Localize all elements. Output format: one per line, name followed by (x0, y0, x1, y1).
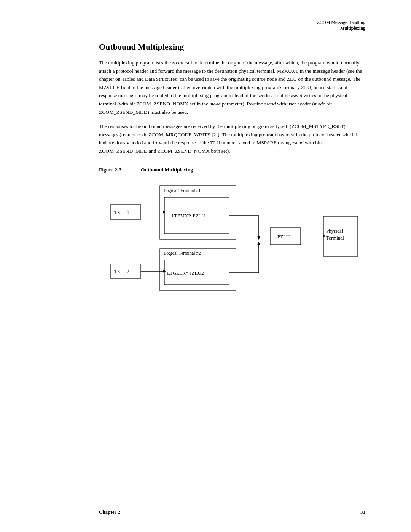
diagram-container: Logical Terminal #1 LTZMXP-PZLU Logical … (99, 178, 365, 296)
tzlu2-label: TZLU2 (114, 268, 129, 274)
content-area: Outbound Multiplexing The multiplexing p… (0, 0, 411, 296)
diagram-svg: Logical Terminal #1 LTZMXP-PZLU Logical … (103, 178, 362, 296)
footer-page: 31 (360, 509, 365, 515)
arrow-pzlu-physical (323, 235, 326, 238)
physical-terminal-label2: Terminal (326, 235, 344, 241)
figure-label: Figure 2-3 (99, 167, 141, 173)
figure-title: Outbound Multiplexing (141, 167, 193, 173)
header-section: Multiplexing (317, 26, 365, 31)
footer-chapter: Chapter 2 (99, 509, 120, 515)
svg-rect-0 (160, 186, 236, 239)
arrow-ltzmxp-pzlu (257, 236, 260, 240)
section-title: Outbound Multiplexing (99, 42, 365, 52)
paragraph-1: The multiplexing program uses the zread … (99, 59, 365, 116)
pzlu-label: PZLU (277, 234, 290, 240)
ltzmxp-label: LTZMXP-PZLU (172, 213, 205, 219)
ltgzlk-label: LTGZLK=TZLU2 (167, 270, 204, 276)
arrow-ltgzlk-pzlu (257, 241, 260, 245)
logical1-label: Logical Terminal #1 (164, 188, 201, 193)
header-chapter: ZCOM Message Handling (317, 20, 365, 26)
logical2-label: Logical Terminal #2 (164, 251, 201, 256)
tzlu1-label: TZLU1 (114, 209, 129, 215)
page: ZCOM Message Handling Multiplexing Outbo… (0, 0, 411, 532)
page-header: ZCOM Message Handling Multiplexing (317, 20, 365, 31)
physical-terminal-label: Physical (326, 228, 343, 234)
paragraph-2: The responses to the outbound messages a… (99, 122, 365, 155)
figure-label-row: Figure 2-3 Outbound Multiplexing (99, 167, 365, 173)
footer-bar: Chapter 2 31 (0, 506, 411, 515)
